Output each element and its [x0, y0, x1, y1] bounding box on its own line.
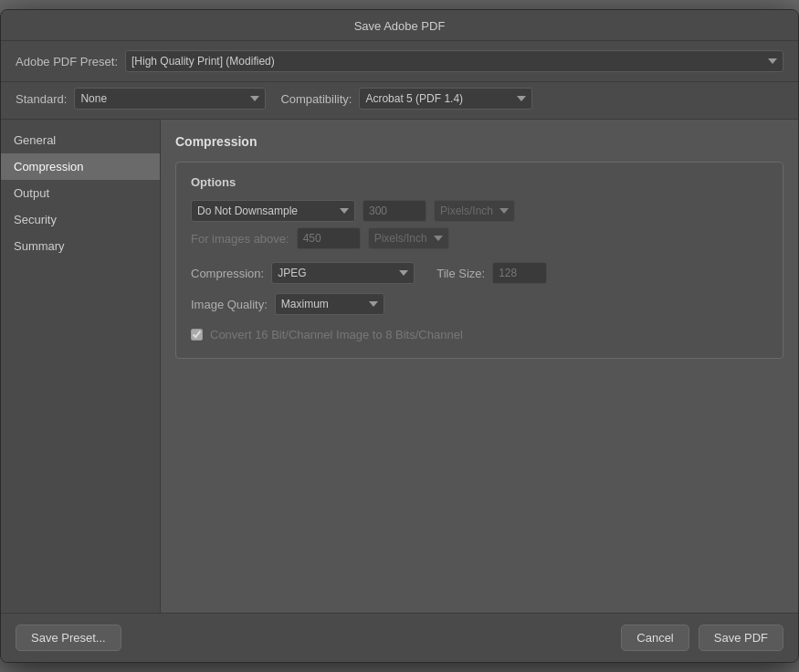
cancel-button[interactable]: Cancel — [621, 625, 689, 651]
standard-select[interactable]: None PDF/A-1b PDF/X-1a PDF/X-3 PDF/X-4 — [74, 88, 266, 110]
tile-size-label: Tile Size: — [436, 267, 485, 280]
downsample-row: Do Not Downsample Average Downsampling T… — [191, 200, 768, 222]
options-box: Options Do Not Downsample Average Downsa… — [175, 162, 783, 359]
standard-group: Standard: None PDF/A-1b PDF/X-1a PDF/X-3… — [16, 88, 266, 110]
downsample-select[interactable]: Do Not Downsample Average Downsampling T… — [191, 200, 355, 222]
tile-size-input[interactable] — [492, 262, 547, 284]
quality-select[interactable]: Minimum Low Medium High Maximum — [275, 293, 384, 315]
convert-label: Convert 16 Bit/Channel Image to 8 Bits/C… — [210, 328, 463, 341]
compatibility-label: Compatibility: — [280, 92, 352, 106]
save-preset-button[interactable]: Save Preset... — [16, 625, 121, 651]
standard-label: Standard: — [16, 92, 67, 106]
sidebar-item-summary[interactable]: Summary — [1, 233, 160, 259]
sidebar-item-output[interactable]: Output — [1, 180, 160, 206]
compression-select[interactable]: None JPEG JPEG 2000 ZIP Automatic (JPEG)… — [271, 262, 415, 284]
bottom-bar: Save Preset... Cancel Save PDF — [1, 613, 798, 662]
compression-label: Compression: — [191, 267, 264, 280]
convert-row: Convert 16 Bit/Channel Image to 8 Bits/C… — [191, 328, 768, 341]
content-area: Compression Options Do Not Downsample Av… — [161, 120, 798, 613]
for-images-input[interactable] — [297, 227, 361, 249]
compatibility-group: Compatibility: Acrobat 4 (PDF 1.3) Acrob… — [280, 88, 532, 110]
preset-label: Adobe PDF Preset: — [16, 55, 118, 68]
save-pdf-button[interactable]: Save PDF — [699, 625, 783, 651]
resolution-input[interactable] — [363, 200, 426, 222]
sidebar-item-compression[interactable]: Compression — [1, 153, 160, 180]
main-area: General Compression Output Security Summ… — [1, 120, 798, 613]
compatibility-select[interactable]: Acrobat 4 (PDF 1.3) Acrobat 5 (PDF 1.4) … — [359, 88, 532, 110]
for-images-unit-select[interactable]: Pixels/Inch Pixels/cm — [368, 227, 449, 249]
sidebar-item-security[interactable]: Security — [1, 206, 160, 233]
for-images-label: For images above: — [191, 232, 289, 246]
right-buttons: Cancel Save PDF — [621, 625, 783, 651]
sidebar: General Compression Output Security Summ… — [1, 120, 161, 613]
quality-label: Image Quality: — [191, 298, 268, 311]
sidebar-item-general[interactable]: General — [1, 127, 160, 153]
dialog-title: Save Adobe PDF — [354, 19, 446, 33]
standard-compat-row: Standard: None PDF/A-1b PDF/X-1a PDF/X-3… — [1, 82, 798, 120]
preset-select[interactable]: [High Quality Print] (Modified) — [125, 50, 783, 72]
for-images-row: For images above: Pixels/Inch Pixels/cm — [191, 227, 768, 249]
title-bar: Save Adobe PDF — [1, 10, 798, 41]
preset-row: Adobe PDF Preset: [High Quality Print] (… — [1, 41, 798, 82]
resolution-unit-select[interactable]: Pixels/Inch Pixels/cm — [434, 200, 515, 222]
compression-row: Compression: None JPEG JPEG 2000 ZIP Aut… — [191, 262, 768, 284]
convert-checkbox[interactable] — [191, 329, 203, 341]
save-pdf-dialog: Save Adobe PDF Adobe PDF Preset: [High Q… — [0, 9, 799, 663]
quality-row: Image Quality: Minimum Low Medium High M… — [191, 293, 768, 315]
section-title: Compression — [175, 134, 783, 149]
options-title: Options — [191, 175, 768, 189]
